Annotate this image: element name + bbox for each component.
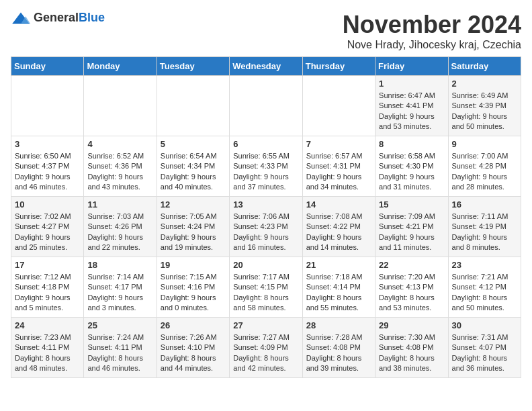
day-number: 17 (15, 260, 80, 270)
day-number: 12 (161, 199, 226, 210)
day-info: Sunrise: 7:05 AM Sunset: 4:24 PM Dayligh… (161, 212, 226, 253)
calendar-cell: 20Sunrise: 7:17 AM Sunset: 4:15 PM Dayli… (230, 257, 302, 318)
day-info: Sunrise: 7:15 AM Sunset: 4:16 PM Dayligh… (161, 272, 226, 314)
day-number: 18 (87, 260, 152, 270)
logo-icon (11, 11, 31, 25)
week-row-3: 10Sunrise: 7:02 AM Sunset: 4:27 PM Dayli… (11, 197, 521, 257)
week-row-2: 3Sunrise: 6:50 AM Sunset: 4:37 PM Daylig… (11, 136, 521, 197)
calendar-cell: 25Sunrise: 7:24 AM Sunset: 4:11 PM Dayli… (84, 318, 157, 378)
day-info: Sunrise: 7:27 AM Sunset: 4:09 PM Dayligh… (233, 332, 298, 374)
calendar-cell: 13Sunrise: 7:06 AM Sunset: 4:23 PM Dayli… (230, 197, 302, 257)
logo: GeneralBlue (11, 11, 105, 25)
day-info: Sunrise: 6:54 AM Sunset: 4:34 PM Dayligh… (161, 151, 226, 193)
day-number: 24 (15, 320, 80, 330)
calendar-cell: 21Sunrise: 7:18 AM Sunset: 4:14 PM Dayli… (302, 257, 375, 318)
day-number: 19 (161, 260, 226, 270)
day-info: Sunrise: 7:12 AM Sunset: 4:18 PM Dayligh… (15, 272, 80, 314)
day-number: 13 (233, 199, 298, 210)
calendar-cell: 29Sunrise: 7:30 AM Sunset: 4:08 PM Dayli… (375, 318, 448, 378)
day-number: 21 (306, 260, 371, 270)
calendar-cell: 28Sunrise: 7:28 AM Sunset: 4:08 PM Dayli… (302, 318, 375, 378)
day-number: 27 (233, 320, 298, 330)
day-number: 28 (306, 320, 371, 330)
calendar-table: SundayMondayTuesdayWednesdayThursdayFrid… (11, 56, 521, 378)
day-info: Sunrise: 7:17 AM Sunset: 4:15 PM Dayligh… (233, 272, 298, 314)
day-number: 14 (306, 199, 371, 210)
logo-blue: Blue (79, 11, 105, 24)
day-info: Sunrise: 7:20 AM Sunset: 4:13 PM Dayligh… (379, 272, 444, 314)
calendar-cell: 2Sunrise: 6:49 AM Sunset: 4:39 PM Daylig… (448, 76, 521, 136)
calendar-cell: 3Sunrise: 6:50 AM Sunset: 4:37 PM Daylig… (11, 136, 84, 197)
day-number: 11 (87, 199, 152, 210)
calendar-cell: 5Sunrise: 6:54 AM Sunset: 4:34 PM Daylig… (157, 136, 229, 197)
week-row-5: 24Sunrise: 7:23 AM Sunset: 4:11 PM Dayli… (11, 318, 521, 378)
day-info: Sunrise: 7:30 AM Sunset: 4:08 PM Dayligh… (379, 332, 444, 374)
day-info: Sunrise: 6:52 AM Sunset: 4:36 PM Dayligh… (87, 151, 152, 193)
day-number: 8 (379, 139, 444, 149)
day-number: 20 (233, 260, 298, 270)
day-info: Sunrise: 7:26 AM Sunset: 4:10 PM Dayligh… (161, 332, 226, 374)
weekday-header-friday: Friday (375, 57, 448, 76)
day-number: 10 (15, 199, 80, 210)
calendar-cell: 30Sunrise: 7:31 AM Sunset: 4:07 PM Dayli… (448, 318, 521, 378)
day-info: Sunrise: 6:50 AM Sunset: 4:37 PM Dayligh… (15, 151, 80, 193)
title-area: November 2024 Nove Hrady, Jihocesky kraj… (343, 11, 521, 51)
month-title: November 2024 (343, 11, 521, 39)
calendar-cell: 15Sunrise: 7:09 AM Sunset: 4:21 PM Dayli… (375, 197, 448, 257)
day-info: Sunrise: 7:03 AM Sunset: 4:26 PM Dayligh… (87, 212, 152, 253)
day-number: 4 (87, 139, 152, 149)
day-number: 16 (452, 199, 517, 210)
logo-general: General (34, 11, 79, 24)
calendar-cell: 19Sunrise: 7:15 AM Sunset: 4:16 PM Dayli… (157, 257, 229, 318)
day-number: 26 (161, 320, 226, 330)
weekday-header-thursday: Thursday (302, 57, 375, 76)
day-number: 30 (452, 320, 517, 330)
day-number: 3 (15, 139, 80, 149)
calendar-cell: 23Sunrise: 7:21 AM Sunset: 4:12 PM Dayli… (448, 257, 521, 318)
calendar-cell: 22Sunrise: 7:20 AM Sunset: 4:13 PM Dayli… (375, 257, 448, 318)
weekday-header-monday: Monday (84, 57, 157, 76)
calendar-cell: 16Sunrise: 7:11 AM Sunset: 4:19 PM Dayli… (448, 197, 521, 257)
calendar-cell: 10Sunrise: 7:02 AM Sunset: 4:27 PM Dayli… (11, 197, 84, 257)
day-info: Sunrise: 6:57 AM Sunset: 4:31 PM Dayligh… (306, 151, 371, 193)
week-row-1: 1Sunrise: 6:47 AM Sunset: 4:41 PM Daylig… (11, 76, 521, 136)
weekday-header-wednesday: Wednesday (230, 57, 302, 76)
location-title: Nove Hrady, Jihocesky kraj, Czechia (343, 39, 521, 51)
day-number: 22 (379, 260, 444, 270)
calendar-cell: 17Sunrise: 7:12 AM Sunset: 4:18 PM Dayli… (11, 257, 84, 318)
day-number: 15 (379, 199, 444, 210)
weekday-header-saturday: Saturday (448, 57, 521, 76)
calendar-cell: 27Sunrise: 7:27 AM Sunset: 4:09 PM Dayli… (230, 318, 302, 378)
day-number: 25 (87, 320, 152, 330)
day-info: Sunrise: 7:28 AM Sunset: 4:08 PM Dayligh… (306, 332, 371, 374)
weekday-header-row: SundayMondayTuesdayWednesdayThursdayFrid… (11, 57, 521, 76)
weekday-header-sunday: Sunday (11, 57, 84, 76)
day-info: Sunrise: 7:23 AM Sunset: 4:11 PM Dayligh… (15, 332, 80, 374)
day-number: 29 (379, 320, 444, 330)
calendar-cell: 9Sunrise: 7:00 AM Sunset: 4:28 PM Daylig… (448, 136, 521, 197)
calendar-cell: 8Sunrise: 6:58 AM Sunset: 4:30 PM Daylig… (375, 136, 448, 197)
header: GeneralBlue November 2024 Nove Hrady, Ji… (11, 11, 521, 51)
day-info: Sunrise: 6:47 AM Sunset: 4:41 PM Dayligh… (379, 91, 444, 132)
calendar-cell: 11Sunrise: 7:03 AM Sunset: 4:26 PM Dayli… (84, 197, 157, 257)
day-info: Sunrise: 6:55 AM Sunset: 4:33 PM Dayligh… (233, 151, 298, 193)
calendar-cell: 7Sunrise: 6:57 AM Sunset: 4:31 PM Daylig… (302, 136, 375, 197)
calendar-cell (230, 76, 302, 136)
day-number: 2 (452, 79, 517, 89)
day-info: Sunrise: 6:49 AM Sunset: 4:39 PM Dayligh… (452, 91, 517, 132)
calendar-cell (302, 76, 375, 136)
day-number: 23 (452, 260, 517, 270)
day-number: 7 (306, 139, 371, 149)
day-info: Sunrise: 7:00 AM Sunset: 4:28 PM Dayligh… (452, 151, 517, 193)
calendar-cell (84, 76, 157, 136)
calendar-cell: 4Sunrise: 6:52 AM Sunset: 4:36 PM Daylig… (84, 136, 157, 197)
calendar-cell: 18Sunrise: 7:14 AM Sunset: 4:17 PM Dayli… (84, 257, 157, 318)
calendar-cell: 14Sunrise: 7:08 AM Sunset: 4:22 PM Dayli… (302, 197, 375, 257)
day-info: Sunrise: 7:11 AM Sunset: 4:19 PM Dayligh… (452, 212, 517, 253)
day-number: 1 (379, 79, 444, 89)
day-info: Sunrise: 7:31 AM Sunset: 4:07 PM Dayligh… (452, 332, 517, 374)
calendar-cell: 26Sunrise: 7:26 AM Sunset: 4:10 PM Dayli… (157, 318, 229, 378)
day-info: Sunrise: 6:58 AM Sunset: 4:30 PM Dayligh… (379, 151, 444, 193)
day-number: 5 (161, 139, 226, 149)
day-number: 6 (233, 139, 298, 149)
